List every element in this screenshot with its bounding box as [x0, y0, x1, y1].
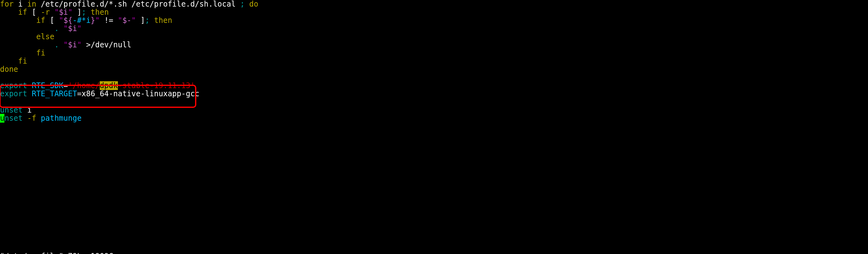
quote: " [118, 16, 122, 25]
redir: > [82, 40, 91, 49]
punct: ; [82, 8, 86, 17]
sp [59, 24, 63, 33]
kw-for: for [0, 0, 13, 8]
terminal-editor[interactable]: for i in /etc/profile.d/*.sh /etc/profil… [0, 0, 868, 254]
indent [0, 57, 18, 66]
kw-if: if [36, 16, 45, 25]
var-name: RTE_TARGET [32, 89, 77, 98]
code-line: fi [0, 49, 868, 57]
dot: . [54, 24, 59, 33]
status-file: "/etc/profile" 79L, 1909C [0, 252, 113, 254]
sp [59, 40, 63, 49]
expr: } [91, 16, 95, 25]
kw-if: if [18, 8, 27, 17]
code-line: export RTE_TARGET=x86_64-native-linuxapp… [0, 90, 868, 98]
txt: ] [77, 8, 82, 17]
path: /dev/null [91, 40, 131, 49]
quote: " [77, 24, 82, 33]
txt: [ [27, 8, 41, 17]
kw-then: then [86, 8, 109, 17]
code-line: export RTE_SDK='/home/dpdk-stable-19.11.… [0, 82, 868, 90]
quote: " [63, 40, 68, 49]
kw-fi: fi [36, 49, 45, 57]
indent [0, 49, 36, 57]
var: $i [68, 24, 77, 33]
flag: -f [27, 114, 36, 123]
code-line: done [0, 65, 868, 73]
val: x86_64-native-linuxapp-gcc [82, 89, 199, 98]
indent [0, 16, 36, 25]
code-line: for i in /etc/profile.d/*.sh /etc/profil… [0, 0, 868, 8]
quote: " [68, 8, 77, 17]
string: '/home/ [68, 81, 100, 90]
kw-in: in [27, 0, 36, 8]
kw-export: export [0, 89, 27, 98]
indent [0, 40, 54, 49]
kw-done: done [0, 65, 18, 74]
cursor: u [0, 114, 4, 123]
sp [36, 114, 41, 123]
quote: " [50, 8, 59, 17]
kw-then: then [150, 16, 172, 25]
sp [27, 89, 32, 98]
punct: ; [145, 16, 149, 25]
fn: pathmunge [41, 114, 82, 123]
code-line: else [0, 33, 868, 41]
quote: " [95, 16, 99, 25]
dot: . [54, 40, 59, 49]
status-line: "/etc/profile" 79L, 1909C 79,1 Bot [0, 244, 868, 252]
code-line [0, 98, 868, 106]
expr: -#*i [72, 16, 91, 25]
var: $i [59, 8, 68, 17]
string: -stable-19.11.13' [118, 81, 195, 90]
sp [23, 106, 27, 115]
expr: ${ [63, 16, 72, 25]
op: != [100, 16, 118, 25]
code-line: unset i [0, 106, 868, 114]
search-highlight: dpdk [100, 81, 118, 90]
quote: " [131, 16, 141, 25]
kw-unset: unset [0, 106, 23, 115]
quote: " [59, 16, 63, 25]
var-name: RTE_SDK [32, 81, 63, 90]
var: i [27, 106, 32, 115]
sp [27, 81, 32, 90]
punct: ; [240, 0, 245, 8]
txt: i [13, 0, 27, 8]
quote: " [77, 40, 82, 49]
code-line [0, 73, 868, 82]
code-line: unset -f pathmunge [0, 114, 868, 122]
var: $- [122, 16, 131, 25]
eq: = [77, 89, 82, 98]
kw-fi: fi [18, 57, 27, 66]
indent [0, 8, 18, 17]
indent [0, 32, 36, 41]
txt: [ [45, 16, 59, 25]
code-line: if [ -r "$i" ]; then [0, 8, 868, 16]
indent [0, 24, 54, 33]
code-line: . "$i" >/dev/null [0, 41, 868, 49]
kw-export: export [0, 81, 27, 90]
quote: " [63, 24, 68, 33]
code-line: fi [0, 57, 868, 65]
kw-else: else [36, 32, 55, 41]
kw-do: do [245, 0, 258, 8]
eq: = [63, 81, 68, 90]
txt: ] [141, 16, 145, 25]
var: $i [68, 40, 77, 49]
code-line: if [ "${-#*i}" != "$-" ]; then [0, 16, 868, 25]
flag: -r [41, 8, 50, 17]
sp [23, 114, 27, 123]
code-line: . "$i" [0, 25, 868, 33]
kw-unset: nset [4, 114, 23, 123]
txt: /etc/profile.d/*.sh /etc/profile.d/sh.lo… [36, 0, 240, 8]
